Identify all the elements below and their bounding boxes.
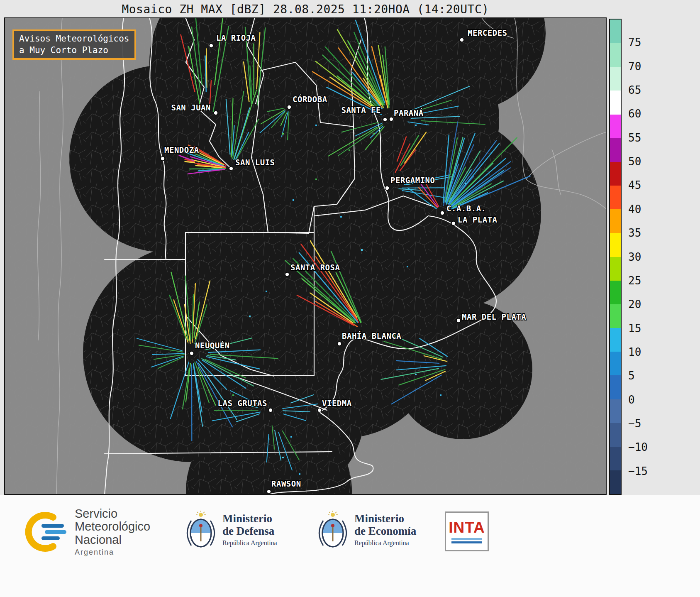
colorbar-segment bbox=[610, 162, 621, 186]
echo-dot bbox=[361, 249, 363, 251]
smn-name-line: Nacional bbox=[75, 533, 150, 546]
colorbar-segment bbox=[610, 375, 621, 399]
colorbar-tick-label: 25 bbox=[628, 274, 641, 287]
city-marker bbox=[389, 117, 393, 121]
ministry-defensa-logo: Ministerio de Defensa República Argentin… bbox=[186, 511, 277, 549]
echo-dot bbox=[465, 183, 466, 184]
warnings-badge-line2: a Muy Corto Plazo bbox=[19, 45, 129, 56]
echo-streak bbox=[185, 161, 195, 162]
city-marker bbox=[229, 166, 233, 171]
city-marker bbox=[460, 38, 464, 42]
city-marker bbox=[456, 318, 461, 323]
echo-dot bbox=[407, 266, 408, 267]
colorbar-tick-label: 0 bbox=[628, 394, 635, 406]
smn-name-line: Servicio bbox=[75, 507, 150, 520]
colorbar-tick-label: 40 bbox=[628, 203, 641, 215]
colorbar-tick-label: 45 bbox=[628, 179, 641, 191]
ministry-economia-logo: Ministerio de Economía República Argenti… bbox=[318, 511, 416, 549]
department-boundaries-texture bbox=[4, 17, 607, 495]
city-label: LAS GRUTAS bbox=[218, 399, 267, 408]
echo-dot bbox=[282, 133, 284, 135]
inta-logo-stripe-light bbox=[451, 538, 482, 540]
echo-dot bbox=[315, 125, 317, 126]
colorbar-segment bbox=[610, 352, 621, 375]
city-marker bbox=[214, 111, 218, 115]
echo-streak bbox=[215, 410, 258, 411]
ministry-name: Ministerio bbox=[354, 513, 416, 525]
coat-of-arms-icon bbox=[186, 511, 216, 549]
radar-map: LA RIOJAMERCEDESSAN JUANCÓRDOBASANTA FEP… bbox=[4, 17, 607, 495]
colorbar-segment bbox=[610, 209, 621, 233]
echo-dot bbox=[232, 394, 234, 396]
city-marker bbox=[337, 342, 341, 346]
smn-country: Argentina bbox=[75, 548, 150, 556]
echo-dot bbox=[249, 316, 251, 317]
city-marker bbox=[317, 408, 322, 412]
echo-dot bbox=[293, 199, 294, 201]
city-marker bbox=[383, 117, 387, 122]
city-label: CÓRDOBA bbox=[293, 94, 327, 104]
city-marker bbox=[451, 221, 456, 225]
colorbar-segment bbox=[610, 257, 621, 281]
city-label: NEUQUÉN bbox=[195, 341, 230, 350]
colorbar-segment bbox=[610, 328, 621, 352]
city-label: C.A.B.A. bbox=[446, 204, 486, 213]
city-marker bbox=[267, 489, 271, 494]
smn-logo-icon bbox=[24, 510, 67, 553]
coat-of-arms-icon bbox=[318, 511, 348, 549]
colorbar-segment bbox=[610, 233, 621, 257]
city-marker bbox=[161, 157, 165, 161]
city-label: PARANÁ bbox=[394, 108, 424, 117]
city-label: LA PLATA bbox=[458, 215, 498, 224]
ministry-defensa-text: Ministerio de Defensa República Argentin… bbox=[222, 513, 277, 546]
colorbar-tick-label: 75 bbox=[628, 36, 641, 49]
colorbar-segment bbox=[610, 43, 621, 67]
warnings-badge-line1: Avisos Meteorológicos bbox=[19, 33, 129, 45]
colorbar-segment bbox=[610, 304, 621, 328]
colorbar-tick-label: 15 bbox=[628, 322, 641, 335]
colorbar-segment bbox=[610, 281, 621, 304]
warnings-badge: Avisos Meteorológicos a Muy Corto Plazo bbox=[12, 29, 136, 60]
echo-dot bbox=[290, 436, 292, 438]
colorbar-tick-label: 35 bbox=[628, 227, 641, 239]
city-label: MAR DEL PLATA bbox=[462, 312, 526, 321]
city-marker bbox=[190, 351, 194, 355]
inta-logo-stripe-dark bbox=[451, 541, 482, 543]
city-marker bbox=[385, 186, 389, 190]
echo-dot bbox=[340, 216, 342, 218]
ministry-country: República Argentina bbox=[222, 539, 277, 547]
colorbar-tick-label: −5 bbox=[628, 417, 641, 430]
inta-logo: INTA bbox=[445, 511, 489, 551]
ministry-dept: de Defensa bbox=[222, 525, 277, 537]
city-label: MENDOZA bbox=[164, 145, 199, 154]
smn-logo: Servicio Meteorológico Nacional Argentin… bbox=[24, 507, 150, 556]
ministry-country: República Argentina bbox=[354, 539, 416, 547]
colorbar-segment bbox=[610, 399, 621, 423]
city-label: PERGAMINO bbox=[390, 176, 435, 185]
city-label: RAWSON bbox=[271, 479, 301, 488]
colorbar-tick-label: 20 bbox=[628, 298, 641, 311]
colorbar-tick-label: 60 bbox=[628, 108, 641, 120]
echo-streak bbox=[206, 49, 207, 87]
city-label: SAN JUAN bbox=[171, 103, 211, 112]
city-label: BAHÍA BLANCA bbox=[342, 331, 401, 340]
city-marker bbox=[285, 272, 289, 276]
page-title: Mosaico ZH MAX [dBZ] 28.08.2025 11:20HOA… bbox=[0, 2, 611, 16]
colorbar-segment bbox=[610, 91, 621, 114]
colorbar-segment bbox=[610, 67, 621, 91]
colorbar-segment bbox=[610, 115, 621, 138]
colorbar-segment bbox=[610, 423, 621, 447]
city-label: SANTA FE bbox=[341, 105, 381, 115]
echo-dot bbox=[415, 125, 417, 126]
footer: Servicio Meteorológico Nacional Argentin… bbox=[0, 495, 700, 597]
colorbar-tick-label: −10 bbox=[628, 441, 648, 453]
colorbar-tick-label: 5 bbox=[628, 369, 635, 382]
colorbar-tick-label: 30 bbox=[628, 251, 641, 263]
colorbar-segment bbox=[610, 447, 621, 470]
colorbar: 757065605550454035302520151050−5−10−15 bbox=[609, 19, 698, 495]
city-marker bbox=[440, 211, 444, 215]
colorbar-segment bbox=[610, 470, 621, 494]
city-marker bbox=[209, 44, 213, 48]
city-marker bbox=[287, 105, 291, 109]
ministry-name: Ministerio bbox=[222, 513, 277, 525]
